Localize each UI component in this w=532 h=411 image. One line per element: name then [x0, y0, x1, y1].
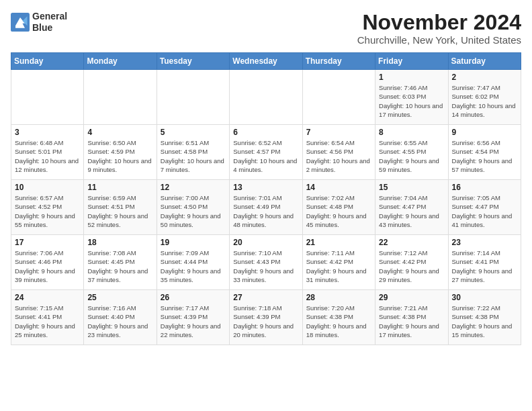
day-info: Sunrise: 7:15 AM Sunset: 4:41 PM Dayligh…: [15, 304, 80, 339]
day-info: Sunrise: 7:08 AM Sunset: 4:45 PM Dayligh…: [87, 248, 152, 284]
weekday-header: Saturday: [448, 53, 521, 70]
calendar-cell: 1Sunrise: 7:46 AM Sunset: 6:03 PM Daylig…: [375, 70, 448, 125]
day-info: Sunrise: 7:18 AM Sunset: 4:39 PM Dayligh…: [233, 304, 298, 339]
day-info: Sunrise: 7:47 AM Sunset: 6:02 PM Dayligh…: [452, 83, 517, 119]
calendar-cell: 5Sunrise: 6:51 AM Sunset: 4:58 PM Daylig…: [157, 125, 229, 180]
weekday-header: Sunday: [11, 53, 84, 70]
calendar-cell: 23Sunrise: 7:14 AM Sunset: 4:41 PM Dayli…: [448, 235, 521, 290]
day-number: 28: [306, 293, 371, 302]
calendar-cell: 7Sunrise: 6:54 AM Sunset: 4:56 PM Daylig…: [302, 125, 375, 180]
calendar-cell: 25Sunrise: 7:16 AM Sunset: 4:40 PM Dayli…: [84, 290, 157, 345]
day-number: 21: [306, 238, 371, 247]
calendar-cell: [302, 70, 375, 125]
day-info: Sunrise: 7:12 AM Sunset: 4:42 PM Dayligh…: [379, 248, 444, 284]
calendar-cell: 22Sunrise: 7:12 AM Sunset: 4:42 PM Dayli…: [375, 235, 448, 290]
calendar-week-row: 10Sunrise: 6:57 AM Sunset: 4:52 PM Dayli…: [11, 180, 521, 235]
calendar-cell: 6Sunrise: 6:52 AM Sunset: 4:57 PM Daylig…: [230, 125, 302, 180]
day-info: Sunrise: 6:57 AM Sunset: 4:52 PM Dayligh…: [15, 193, 80, 229]
day-info: Sunrise: 6:48 AM Sunset: 5:01 PM Dayligh…: [15, 138, 80, 174]
calendar-cell: 11Sunrise: 6:59 AM Sunset: 4:51 PM Dayli…: [84, 180, 157, 235]
day-info: Sunrise: 7:10 AM Sunset: 4:43 PM Dayligh…: [233, 248, 298, 284]
day-number: 7: [306, 128, 371, 137]
calendar-cell: 4Sunrise: 6:50 AM Sunset: 4:59 PM Daylig…: [84, 125, 157, 180]
logo-icon: [11, 13, 30, 32]
day-info: Sunrise: 7:22 AM Sunset: 4:38 PM Dayligh…: [452, 304, 517, 339]
day-number: 19: [161, 238, 226, 247]
day-number: 30: [452, 293, 517, 302]
day-info: Sunrise: 6:59 AM Sunset: 4:51 PM Dayligh…: [87, 193, 152, 229]
day-info: Sunrise: 7:02 AM Sunset: 4:48 PM Dayligh…: [306, 193, 371, 229]
day-info: Sunrise: 6:50 AM Sunset: 4:59 PM Dayligh…: [87, 138, 152, 174]
header: General Blue November 2024 Churchville, …: [11, 11, 521, 46]
weekday-header: Thursday: [302, 53, 375, 70]
calendar-cell: 12Sunrise: 7:00 AM Sunset: 4:50 PM Dayli…: [157, 180, 229, 235]
calendar-cell: 14Sunrise: 7:02 AM Sunset: 4:48 PM Dayli…: [302, 180, 375, 235]
calendar-cell: 15Sunrise: 7:04 AM Sunset: 4:47 PM Dayli…: [375, 180, 448, 235]
calendar-cell: 8Sunrise: 6:55 AM Sunset: 4:55 PM Daylig…: [375, 125, 448, 180]
day-info: Sunrise: 7:09 AM Sunset: 4:44 PM Dayligh…: [161, 248, 226, 284]
day-number: 10: [15, 183, 80, 192]
title-area: November 2024 Churchville, New York, Uni…: [357, 11, 521, 46]
calendar-cell: 17Sunrise: 7:06 AM Sunset: 4:46 PM Dayli…: [11, 235, 84, 290]
day-info: Sunrise: 7:14 AM Sunset: 4:41 PM Dayligh…: [452, 248, 517, 284]
day-number: 29: [379, 293, 444, 302]
month-title: November 2024: [357, 11, 521, 34]
calendar-cell: 27Sunrise: 7:18 AM Sunset: 4:39 PM Dayli…: [230, 290, 302, 345]
day-info: Sunrise: 6:56 AM Sunset: 4:54 PM Dayligh…: [452, 138, 517, 174]
day-info: Sunrise: 7:04 AM Sunset: 4:47 PM Dayligh…: [379, 193, 444, 229]
day-number: 2: [452, 73, 517, 82]
day-number: 6: [233, 128, 298, 137]
day-number: 9: [452, 128, 517, 137]
calendar-cell: [230, 70, 302, 125]
day-number: 24: [15, 293, 80, 302]
calendar-cell: 24Sunrise: 7:15 AM Sunset: 4:41 PM Dayli…: [11, 290, 84, 345]
day-info: Sunrise: 7:01 AM Sunset: 4:49 PM Dayligh…: [233, 193, 298, 229]
calendar-cell: 20Sunrise: 7:10 AM Sunset: 4:43 PM Dayli…: [230, 235, 302, 290]
calendar-cell: 30Sunrise: 7:22 AM Sunset: 4:38 PM Dayli…: [448, 290, 521, 345]
day-info: Sunrise: 7:21 AM Sunset: 4:38 PM Dayligh…: [379, 304, 444, 339]
calendar-cell: 9Sunrise: 6:56 AM Sunset: 4:54 PM Daylig…: [448, 125, 521, 180]
calendar-cell: 28Sunrise: 7:20 AM Sunset: 4:38 PM Dayli…: [302, 290, 375, 345]
weekday-header: Friday: [375, 53, 448, 70]
day-info: Sunrise: 7:05 AM Sunset: 4:47 PM Dayligh…: [452, 193, 517, 229]
day-info: Sunrise: 7:17 AM Sunset: 4:39 PM Dayligh…: [161, 304, 226, 339]
day-info: Sunrise: 7:11 AM Sunset: 4:42 PM Dayligh…: [306, 248, 371, 284]
calendar-body: 1Sunrise: 7:46 AM Sunset: 6:03 PM Daylig…: [11, 70, 521, 345]
calendar-cell: 18Sunrise: 7:08 AM Sunset: 4:45 PM Dayli…: [84, 235, 157, 290]
day-number: 18: [87, 238, 152, 247]
calendar-cell: 2Sunrise: 7:47 AM Sunset: 6:02 PM Daylig…: [448, 70, 521, 125]
day-info: Sunrise: 7:00 AM Sunset: 4:50 PM Dayligh…: [161, 193, 226, 229]
calendar-cell: 29Sunrise: 7:21 AM Sunset: 4:38 PM Dayli…: [375, 290, 448, 345]
day-info: Sunrise: 6:51 AM Sunset: 4:58 PM Dayligh…: [161, 138, 226, 174]
calendar-table: SundayMondayTuesdayWednesdayThursdayFrid…: [11, 52, 521, 345]
day-info: Sunrise: 6:52 AM Sunset: 4:57 PM Dayligh…: [233, 138, 298, 174]
day-number: 1: [379, 73, 444, 82]
day-number: 20: [233, 238, 298, 247]
calendar-cell: 16Sunrise: 7:05 AM Sunset: 4:47 PM Dayli…: [448, 180, 521, 235]
day-number: 14: [306, 183, 371, 192]
day-number: 27: [233, 293, 298, 302]
calendar-cell: 3Sunrise: 6:48 AM Sunset: 5:01 PM Daylig…: [11, 125, 84, 180]
weekday-header: Monday: [84, 53, 157, 70]
calendar-week-row: 24Sunrise: 7:15 AM Sunset: 4:41 PM Dayli…: [11, 290, 521, 345]
day-number: 26: [161, 293, 226, 302]
day-info: Sunrise: 6:54 AM Sunset: 4:56 PM Dayligh…: [306, 138, 371, 174]
logo: General Blue: [11, 11, 67, 34]
calendar-week-row: 17Sunrise: 7:06 AM Sunset: 4:46 PM Dayli…: [11, 235, 521, 290]
day-info: Sunrise: 7:20 AM Sunset: 4:38 PM Dayligh…: [306, 304, 371, 339]
calendar-week-row: 1Sunrise: 7:46 AM Sunset: 6:03 PM Daylig…: [11, 70, 521, 125]
day-number: 12: [161, 183, 226, 192]
day-number: 22: [379, 238, 444, 247]
day-number: 16: [452, 183, 517, 192]
calendar-header-row: SundayMondayTuesdayWednesdayThursdayFrid…: [11, 53, 521, 70]
day-info: Sunrise: 7:16 AM Sunset: 4:40 PM Dayligh…: [87, 304, 152, 339]
day-info: Sunrise: 7:06 AM Sunset: 4:46 PM Dayligh…: [15, 248, 80, 284]
day-number: 4: [87, 128, 152, 137]
weekday-header: Tuesday: [157, 53, 229, 70]
calendar-cell: 26Sunrise: 7:17 AM Sunset: 4:39 PM Dayli…: [157, 290, 229, 345]
location-title: Churchville, New York, United States: [357, 34, 521, 46]
day-number: 5: [161, 128, 226, 137]
day-info: Sunrise: 6:55 AM Sunset: 4:55 PM Dayligh…: [379, 138, 444, 174]
day-number: 8: [379, 128, 444, 137]
day-number: 17: [15, 238, 80, 247]
